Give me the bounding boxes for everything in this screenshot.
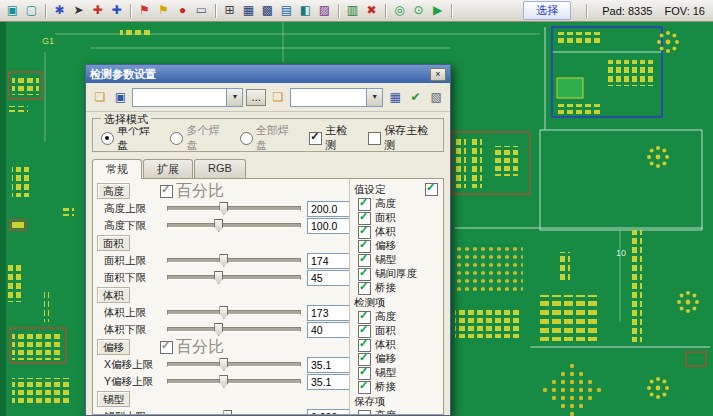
- value-input[interactable]: [307, 201, 349, 217]
- main-detect-checkbox[interactable]: 主检测: [309, 123, 355, 153]
- radio-single-pad[interactable]: 单个焊盘: [101, 123, 157, 153]
- apply-icon[interactable]: ✔: [407, 89, 425, 106]
- item-label: 高度: [375, 197, 396, 211]
- camera-icon[interactable]: ▢: [23, 2, 40, 19]
- cells-icon[interactable]: ▩: [259, 2, 276, 19]
- split-view-icon[interactable]: ◧: [297, 2, 314, 19]
- save-height[interactable]: 高度: [354, 409, 440, 414]
- percent-checkbox[interactable]: 百分比: [160, 337, 224, 358]
- target-icon[interactable]: ◎: [391, 2, 408, 19]
- group-title: 检测项: [354, 296, 386, 310]
- item-label: 偏移: [375, 352, 396, 366]
- item-label: 偏移: [375, 239, 396, 253]
- run-icon[interactable]: ⊙: [410, 2, 427, 19]
- move-icon[interactable]: ✚: [89, 2, 106, 19]
- checkbox-icon: [160, 185, 173, 198]
- checkbox-label: 百分比: [176, 181, 224, 202]
- slider-thumb[interactable]: [219, 254, 228, 267]
- item-label: 桥接: [375, 281, 396, 295]
- ruler-icon[interactable]: ▭: [193, 2, 210, 19]
- chart-icon[interactable]: ▥: [344, 2, 361, 19]
- slider[interactable]: [167, 275, 301, 280]
- value-set-bridge[interactable]: 桥接: [354, 281, 440, 295]
- section-offset: 偏移 百分比 X偏移上限 % Y偏移上限: [97, 339, 347, 390]
- top-toolbar-icons: ▣▢✱➤✚✚⚑⚑●▭⊞▦▩▤◧▨▥✖◎⊙▶: [4, 2, 455, 19]
- capture-icon[interactable]: ▣: [4, 2, 21, 19]
- value-input[interactable]: [307, 218, 349, 234]
- value-set-all-checkbox[interactable]: [425, 183, 438, 196]
- pin-yellow-icon[interactable]: ⚑: [155, 2, 172, 19]
- percent-checkbox[interactable]: 百分比: [160, 181, 224, 202]
- slider[interactable]: [167, 362, 301, 367]
- crosshair-icon[interactable]: ✚: [108, 2, 125, 19]
- slider-thumb[interactable]: [219, 358, 228, 371]
- section-title: 高度: [97, 183, 130, 199]
- slider-thumb[interactable]: [219, 375, 228, 388]
- slider-thumb[interactable]: [219, 202, 228, 215]
- slider-thumb[interactable]: [214, 323, 223, 336]
- value-input[interactable]: [307, 322, 349, 338]
- item-label: 面积: [375, 211, 396, 225]
- export-icon[interactable]: ▧: [427, 89, 445, 106]
- value-input[interactable]: [307, 374, 349, 390]
- chevron-down-icon[interactable]: ▼: [366, 89, 382, 106]
- slider[interactable]: [167, 327, 301, 332]
- save-main-detect-checkbox[interactable]: 保存主检测: [368, 123, 435, 153]
- slider[interactable]: [167, 223, 301, 228]
- value-input[interactable]: [307, 305, 349, 321]
- item-label: 高度: [375, 409, 396, 414]
- delete-icon[interactable]: ✖: [363, 2, 380, 19]
- value-input[interactable]: [307, 357, 349, 373]
- table-view-icon[interactable]: ▦: [386, 89, 404, 106]
- value-input[interactable]: [307, 409, 349, 415]
- section-title: 面积: [97, 235, 130, 251]
- slider[interactable]: [167, 206, 301, 211]
- marker-icon[interactable]: ●: [174, 2, 191, 19]
- close-button[interactable]: ×: [430, 68, 446, 81]
- value-input[interactable]: [307, 270, 349, 286]
- library-combobox[interactable]: ▼: [290, 88, 384, 107]
- slider[interactable]: [167, 258, 301, 263]
- open-library-icon[interactable]: ❏: [269, 89, 287, 106]
- slider[interactable]: [167, 379, 301, 384]
- slider-thumb[interactable]: [214, 271, 223, 284]
- select-mode-button[interactable]: 选择: [523, 1, 571, 20]
- value-input[interactable]: [307, 253, 349, 269]
- item-label: 体积: [375, 225, 396, 239]
- browse-button[interactable]: …: [246, 89, 266, 106]
- item-label: 锡型: [375, 366, 396, 380]
- save-template-icon[interactable]: ▣: [112, 89, 130, 106]
- layers-icon[interactable]: ▤: [278, 2, 295, 19]
- slider-thumb[interactable]: [223, 410, 232, 414]
- palette-icon[interactable]: ▨: [316, 2, 333, 19]
- slider-thumb[interactable]: [214, 219, 223, 232]
- dialog-titlebar[interactable]: 检测参数设置 ×: [86, 65, 450, 83]
- slider[interactable]: [167, 310, 301, 315]
- radio-multi-pad[interactable]: 多个焊盘: [170, 123, 226, 153]
- section-volume: 体积 体积上限 体积下限: [97, 287, 347, 338]
- chevron-down-icon[interactable]: ▼: [226, 89, 242, 106]
- toolbar-separator: [385, 4, 386, 18]
- dialog-title: 检测参数设置: [90, 67, 156, 82]
- open-template-icon[interactable]: ❏: [91, 89, 109, 106]
- tab-extended[interactable]: 扩展: [143, 159, 193, 178]
- radio-label: 单个焊盘: [117, 123, 157, 153]
- save-items-group: 保存项 高度 面积 体积: [354, 394, 440, 414]
- combobox-value: [291, 89, 367, 106]
- radio-all-pads[interactable]: 全部焊盘: [240, 123, 296, 153]
- tools-icon[interactable]: ✱: [51, 2, 68, 19]
- pin-red-icon[interactable]: ⚑: [136, 2, 153, 19]
- table-icon[interactable]: ▦: [240, 2, 257, 19]
- template-combobox[interactable]: ▼: [132, 88, 243, 107]
- param-row: X偏移上限 %: [97, 356, 347, 373]
- grid-icon[interactable]: ⊞: [221, 2, 238, 19]
- item-label: 桥接: [375, 380, 396, 394]
- tab-rgb[interactable]: RGB: [194, 159, 246, 178]
- tab-general[interactable]: 常规: [92, 159, 142, 179]
- pad-count-label: Pad: 8335: [602, 5, 652, 17]
- slider-thumb[interactable]: [219, 306, 228, 319]
- play-icon[interactable]: ▶: [429, 2, 446, 19]
- detect-bridge[interactable]: 桥接: [354, 380, 440, 394]
- value-set-group: 值设定 高度 面积 体积 偏移 锡型 锡间厚度 桥接: [354, 182, 440, 295]
- cursor-icon[interactable]: ➤: [70, 2, 87, 19]
